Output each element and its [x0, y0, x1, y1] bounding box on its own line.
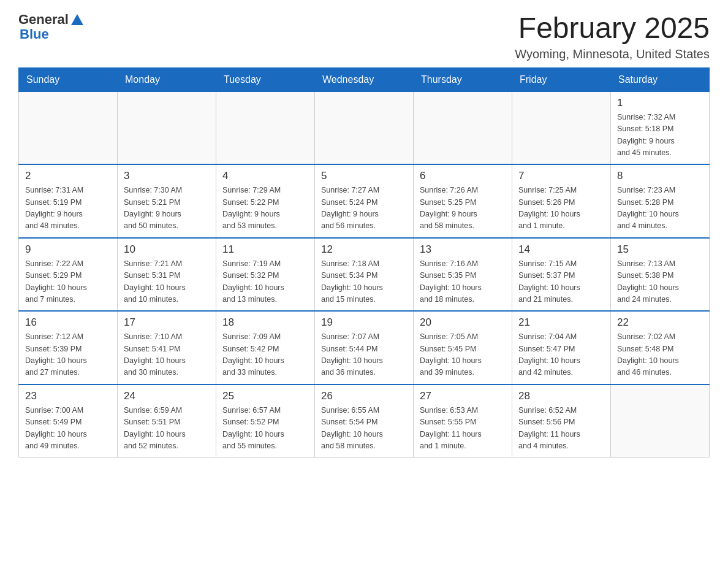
day-number: 18 — [222, 316, 308, 329]
day-info: Sunrise: 7:18 AMSunset: 5:34 PMDaylight:… — [321, 258, 407, 306]
day-number: 27 — [420, 390, 506, 402]
calendar-day-cell: 27Sunrise: 6:53 AMSunset: 5:55 PMDayligh… — [414, 385, 512, 458]
day-info: Sunrise: 7:27 AMSunset: 5:24 PMDaylight:… — [321, 185, 407, 232]
day-number: 8 — [617, 170, 703, 182]
day-info: Sunrise: 7:21 AMSunset: 5:31 PMDaylight:… — [124, 258, 210, 306]
day-info: Sunrise: 7:31 AMSunset: 5:19 PMDaylight:… — [25, 185, 111, 232]
title-section: February 2025 Wyoming, Minnesota, United… — [515, 12, 710, 61]
day-of-week-header: Monday — [118, 67, 216, 91]
day-number: 3 — [124, 170, 210, 182]
calendar-table: SundayMondayTuesdayWednesdayThursdayFrid… — [18, 67, 710, 458]
day-number: 13 — [420, 243, 506, 256]
calendar-week-row: 9Sunrise: 7:22 AMSunset: 5:29 PMDaylight… — [19, 238, 710, 312]
day-number: 17 — [124, 316, 210, 329]
calendar-day-cell: 5Sunrise: 7:27 AMSunset: 5:24 PMDaylight… — [315, 164, 414, 238]
day-info: Sunrise: 7:09 AMSunset: 5:42 PMDaylight:… — [222, 331, 308, 379]
calendar-day-cell: 23Sunrise: 7:00 AMSunset: 5:49 PMDayligh… — [19, 385, 118, 458]
calendar-day-cell: 16Sunrise: 7:12 AMSunset: 5:39 PMDayligh… — [19, 311, 118, 385]
day-info: Sunrise: 7:10 AMSunset: 5:41 PMDaylight:… — [124, 331, 210, 379]
calendar-day-cell: 2Sunrise: 7:31 AMSunset: 5:19 PMDaylight… — [19, 164, 118, 238]
calendar-day-cell: 25Sunrise: 6:57 AMSunset: 5:52 PMDayligh… — [216, 385, 315, 458]
day-of-week-header: Friday — [512, 67, 611, 91]
day-of-week-header: Tuesday — [216, 67, 315, 91]
calendar-day-cell — [611, 385, 710, 458]
day-info: Sunrise: 7:04 AMSunset: 5:47 PMDaylight:… — [518, 331, 604, 379]
day-of-week-header: Thursday — [414, 67, 512, 91]
day-of-week-header: Sunday — [19, 67, 118, 91]
day-number: 9 — [25, 243, 111, 256]
calendar-day-cell — [118, 91, 216, 164]
day-info: Sunrise: 6:55 AMSunset: 5:54 PMDaylight:… — [321, 405, 407, 453]
day-number: 15 — [617, 243, 703, 256]
calendar-day-cell — [216, 91, 315, 164]
day-number: 23 — [25, 390, 111, 402]
calendar-week-row: 23Sunrise: 7:00 AMSunset: 5:49 PMDayligh… — [19, 385, 710, 458]
day-number: 14 — [518, 243, 604, 256]
calendar-day-cell: 22Sunrise: 7:02 AMSunset: 5:48 PMDayligh… — [611, 311, 710, 385]
calendar-day-cell: 10Sunrise: 7:21 AMSunset: 5:31 PMDayligh… — [118, 238, 216, 312]
calendar-day-cell: 11Sunrise: 7:19 AMSunset: 5:32 PMDayligh… — [216, 238, 315, 312]
calendar-day-cell — [315, 91, 414, 164]
day-number: 28 — [518, 390, 604, 402]
day-info: Sunrise: 7:26 AMSunset: 5:25 PMDaylight:… — [420, 185, 506, 232]
day-info: Sunrise: 7:19 AMSunset: 5:32 PMDaylight:… — [222, 258, 308, 306]
calendar-day-cell: 19Sunrise: 7:07 AMSunset: 5:44 PMDayligh… — [315, 311, 414, 385]
day-info: Sunrise: 6:59 AMSunset: 5:51 PMDaylight:… — [124, 405, 210, 453]
day-info: Sunrise: 7:00 AMSunset: 5:49 PMDaylight:… — [25, 405, 111, 453]
calendar-day-cell: 26Sunrise: 6:55 AMSunset: 5:54 PMDayligh… — [315, 385, 414, 458]
day-number: 7 — [518, 170, 604, 182]
day-number: 10 — [124, 243, 210, 256]
logo: General Blue — [18, 12, 83, 42]
day-info: Sunrise: 6:52 AMSunset: 5:56 PMDaylight:… — [518, 405, 604, 453]
calendar-day-cell: 4Sunrise: 7:29 AMSunset: 5:22 PMDaylight… — [216, 164, 315, 238]
calendar-day-cell — [414, 91, 512, 164]
calendar-day-cell — [512, 91, 611, 164]
calendar-day-cell: 17Sunrise: 7:10 AMSunset: 5:41 PMDayligh… — [118, 311, 216, 385]
day-info: Sunrise: 7:16 AMSunset: 5:35 PMDaylight:… — [420, 258, 506, 306]
day-number: 16 — [25, 316, 111, 329]
calendar-day-cell: 14Sunrise: 7:15 AMSunset: 5:37 PMDayligh… — [512, 238, 611, 312]
day-number: 2 — [25, 170, 111, 182]
day-info: Sunrise: 7:25 AMSunset: 5:26 PMDaylight:… — [518, 185, 604, 232]
day-number: 22 — [617, 316, 703, 329]
day-info: Sunrise: 7:32 AMSunset: 5:18 PMDaylight:… — [617, 112, 703, 159]
calendar-day-cell: 24Sunrise: 6:59 AMSunset: 5:51 PMDayligh… — [118, 385, 216, 458]
day-of-week-header: Wednesday — [315, 67, 414, 91]
calendar-header-row: SundayMondayTuesdayWednesdayThursdayFrid… — [19, 67, 710, 91]
day-info: Sunrise: 7:15 AMSunset: 5:37 PMDaylight:… — [518, 258, 604, 306]
page-header: General Blue February 2025 Wyoming, Minn… — [18, 12, 710, 61]
day-info: Sunrise: 7:13 AMSunset: 5:38 PMDaylight:… — [617, 258, 703, 306]
calendar-day-cell: 12Sunrise: 7:18 AMSunset: 5:34 PMDayligh… — [315, 238, 414, 312]
calendar-day-cell: 13Sunrise: 7:16 AMSunset: 5:35 PMDayligh… — [414, 238, 512, 312]
day-info: Sunrise: 7:23 AMSunset: 5:28 PMDaylight:… — [617, 185, 703, 232]
day-info: Sunrise: 7:22 AMSunset: 5:29 PMDaylight:… — [25, 258, 111, 306]
day-number: 11 — [222, 243, 308, 256]
calendar-day-cell: 6Sunrise: 7:26 AMSunset: 5:25 PMDaylight… — [414, 164, 512, 238]
calendar-day-cell — [19, 91, 118, 164]
day-info: Sunrise: 7:30 AMSunset: 5:21 PMDaylight:… — [124, 185, 210, 232]
calendar-week-row: 1Sunrise: 7:32 AMSunset: 5:18 PMDaylight… — [19, 91, 710, 164]
location: Wyoming, Minnesota, United States — [515, 47, 710, 61]
day-number: 12 — [321, 243, 407, 256]
day-number: 25 — [222, 390, 308, 402]
day-info: Sunrise: 7:12 AMSunset: 5:39 PMDaylight:… — [25, 331, 111, 379]
day-number: 1 — [617, 97, 703, 109]
calendar-week-row: 16Sunrise: 7:12 AMSunset: 5:39 PMDayligh… — [19, 311, 710, 385]
calendar-day-cell: 3Sunrise: 7:30 AMSunset: 5:21 PMDaylight… — [118, 164, 216, 238]
calendar-day-cell: 1Sunrise: 7:32 AMSunset: 5:18 PMDaylight… — [611, 91, 710, 164]
calendar-week-row: 2Sunrise: 7:31 AMSunset: 5:19 PMDaylight… — [19, 164, 710, 238]
day-number: 20 — [420, 316, 506, 329]
calendar-day-cell: 20Sunrise: 7:05 AMSunset: 5:45 PMDayligh… — [414, 311, 512, 385]
day-number: 5 — [321, 170, 407, 182]
day-info: Sunrise: 7:29 AMSunset: 5:22 PMDaylight:… — [222, 185, 308, 232]
day-number: 6 — [420, 170, 506, 182]
day-number: 4 — [222, 170, 308, 182]
day-number: 26 — [321, 390, 407, 402]
calendar-day-cell: 15Sunrise: 7:13 AMSunset: 5:38 PMDayligh… — [611, 238, 710, 312]
day-info: Sunrise: 7:05 AMSunset: 5:45 PMDaylight:… — [420, 331, 506, 379]
day-info: Sunrise: 7:07 AMSunset: 5:44 PMDaylight:… — [321, 331, 407, 379]
day-number: 19 — [321, 316, 407, 329]
calendar-day-cell: 9Sunrise: 7:22 AMSunset: 5:29 PMDaylight… — [19, 238, 118, 312]
calendar-day-cell: 18Sunrise: 7:09 AMSunset: 5:42 PMDayligh… — [216, 311, 315, 385]
day-number: 24 — [124, 390, 210, 402]
